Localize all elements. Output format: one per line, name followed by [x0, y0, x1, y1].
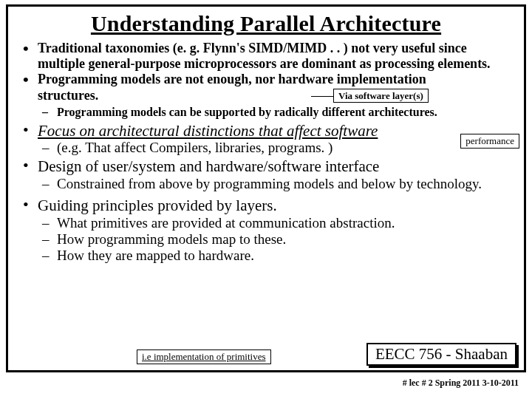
slide-frame: Understanding Parallel Architecture Trad… — [6, 4, 526, 372]
bullet-4: Design of user/system and hardware/softw… — [18, 157, 514, 192]
arrow-line — [311, 96, 335, 97]
bullet-4-text: Design of user/system and hardware/softw… — [38, 157, 379, 175]
footer-meta: # lec # 2 Spring 2011 3-10-2011 — [403, 378, 519, 389]
sub-bullet-5a: What primitives are provided at communic… — [42, 215, 514, 231]
bullet-2: Programming models are not enough, nor h… — [18, 72, 514, 119]
bullet-2-line1: Programming models are not enough, nor h… — [38, 72, 426, 86]
sub-list-5: What primitives are provided at communic… — [42, 215, 514, 264]
bullet-5-text: Guiding principles provided by layers. — [38, 197, 277, 214]
sub-list-3: (e.g. That affect Compilers, libraries, … — [42, 140, 514, 156]
sub-list-4: Constrained from above by programming mo… — [42, 176, 514, 192]
slide-title: Understanding Parallel Architecture — [18, 11, 514, 36]
sub-bullet-1: Programming models can be supported by r… — [42, 105, 514, 119]
sub-bullet-5b: How programming models map to these. — [42, 231, 514, 248]
bullet-2-line2: structures. — [38, 88, 98, 103]
bullet-5: Guiding principles provided by layers. W… — [18, 197, 514, 264]
callout-software-layers: Via software layer(s) — [333, 89, 429, 103]
sub-list-1: Programming models can be supported by r… — [42, 105, 514, 119]
sub-bullet-5c: How they are mapped to hardware. — [42, 248, 514, 264]
callout-implementation: i.e implementation of primitives — [137, 349, 271, 364]
bullet-1: Traditional taxonomies (e. g. Flynn's SI… — [18, 41, 514, 72]
bullet-3: Focus on architectural distinctions that… — [18, 122, 514, 156]
sub-bullet-4: Constrained from above by programming mo… — [42, 176, 514, 192]
bullet-3-text: Focus on architectural distinctions that… — [38, 122, 378, 140]
sub-bullet-3: (e.g. That affect Compilers, libraries, … — [42, 140, 514, 156]
bullet-list: Traditional taxonomies (e. g. Flynn's SI… — [18, 41, 514, 264]
course-badge: EECC 756 - Shaaban — [366, 343, 516, 366]
